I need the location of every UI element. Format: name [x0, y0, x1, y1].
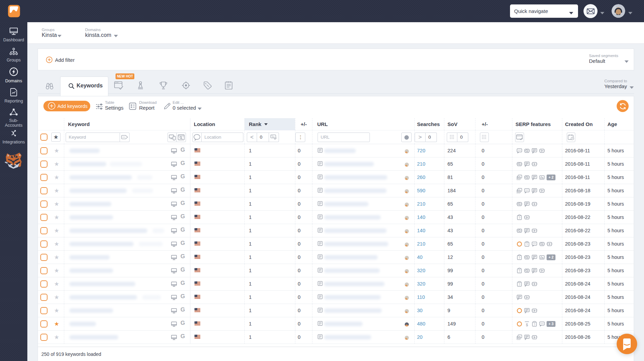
- svg-text:?: ?: [519, 216, 520, 219]
- svg-text:?: ?: [526, 242, 528, 246]
- svg-text:?: ?: [519, 269, 520, 273]
- svg-text:?: ?: [534, 322, 535, 326]
- svg-text:?: ?: [519, 256, 520, 259]
- svg-text:$: $: [526, 322, 528, 327]
- svg-text:?: ?: [519, 282, 520, 286]
